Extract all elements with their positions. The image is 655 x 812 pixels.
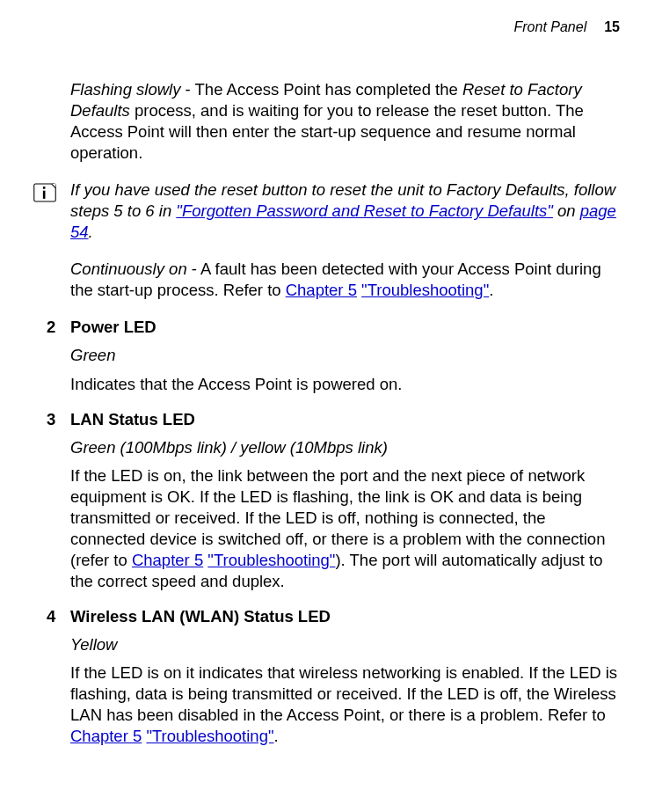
- text: .: [489, 281, 493, 299]
- info-note: If you have used the reset button to res…: [70, 179, 620, 243]
- heading-lan-status-led: LAN Status LED: [70, 409, 620, 430]
- term-flashing-slowly: Flashing slowly: [70, 80, 180, 99]
- color-label: Yellow: [70, 634, 620, 655]
- note-text: .: [89, 223, 93, 241]
- color-label: Green (100Mbps link) / yellow (10Mbps li…: [70, 437, 620, 458]
- link-forgotten-password[interactable]: "Forgotten Password and Reset to Factory…: [176, 201, 553, 220]
- text: - The Access Point has completed the: [180, 80, 462, 99]
- heading-wlan-status-led: Wireless LAN (WLAN) Status LED: [70, 606, 620, 627]
- color-label: Green: [70, 345, 620, 366]
- link-chapter-5[interactable]: Chapter 5: [70, 727, 142, 745]
- text: process, and is waiting for you to relea…: [70, 101, 584, 162]
- link-chapter-5[interactable]: Chapter 5: [286, 281, 357, 299]
- paragraph-continuously-on: Continuously on - A fault has been detec…: [70, 259, 620, 301]
- list-item-3: 3 LAN Status LED Green (100Mbps link) / …: [70, 409, 620, 592]
- note-text: on: [553, 201, 580, 220]
- info-icon: [33, 183, 56, 202]
- link-chapter-5[interactable]: Chapter 5: [132, 551, 203, 569]
- list-number: 3: [47, 409, 55, 430]
- body-text: If the LED is on, the link between the p…: [70, 465, 620, 592]
- term-continuously-on: Continuously on: [70, 260, 187, 278]
- paragraph-flashing: Flashing slowly - The Access Point has c…: [70, 79, 620, 164]
- svg-rect-2: [43, 191, 46, 199]
- link-troubleshooting[interactable]: "Troubleshooting": [207, 551, 335, 569]
- header-page-number: 15: [604, 19, 620, 35]
- page-header: Front Panel 15: [26, 19, 629, 35]
- list-number: 4: [47, 606, 55, 627]
- svg-rect-1: [43, 187, 46, 189]
- text: .: [274, 727, 279, 745]
- link-troubleshooting[interactable]: "Troubleshooting": [146, 727, 273, 745]
- link-troubleshooting[interactable]: "Troubleshooting": [361, 281, 489, 299]
- page-content: Flashing slowly - The Access Point has c…: [26, 79, 629, 747]
- body-text: If the LED is on it indicates that wirel…: [70, 662, 620, 747]
- body-text: Indicates that the Access Point is power…: [70, 374, 620, 395]
- text: If the LED is on it indicates that wirel…: [70, 663, 617, 724]
- header-section-title: Front Panel: [513, 19, 586, 35]
- heading-power-led: Power LED: [70, 317, 620, 338]
- list-number: 2: [47, 317, 55, 338]
- list-item-2: 2 Power LED Green Indicates that the Acc…: [70, 317, 620, 394]
- list-item-4: 4 Wireless LAN (WLAN) Status LED Yellow …: [70, 606, 620, 747]
